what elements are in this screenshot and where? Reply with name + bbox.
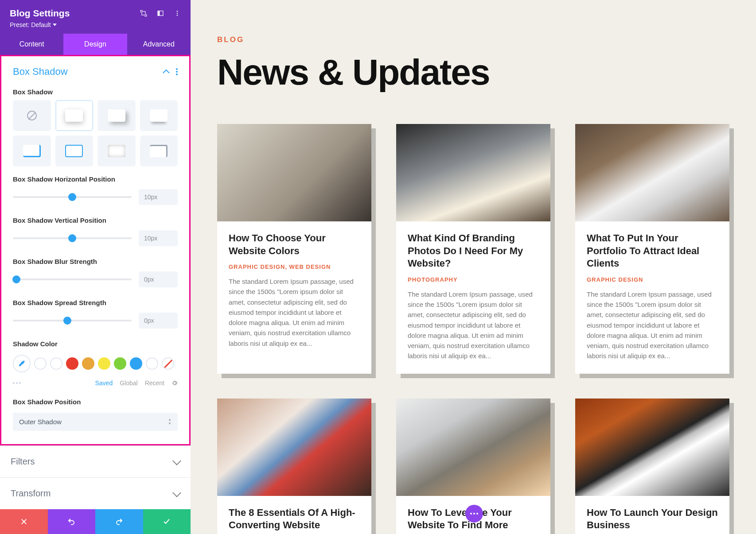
gear-icon[interactable] [171,380,178,386]
position-label: Box Shadow Position [1,394,189,410]
blog-grid: How To Choose Your Website Colors GRAPHI… [217,124,729,534]
preview-canvas: BLOG News & Updates How To Choose Your W… [191,0,756,534]
card-title: How To Choose Your Website Colors [229,232,360,257]
dock-icon[interactable] [157,10,164,17]
card-image [575,399,729,496]
horizontal-slider[interactable] [13,196,132,198]
blur-slider[interactable] [13,279,132,280]
card-category: GRAPHIC DESIGN [587,276,718,283]
shadow-style-6[interactable] [97,135,136,166]
swatch-orange[interactable] [82,357,94,370]
svg-rect-2 [158,11,160,16]
card-image [217,124,371,221]
panel-title: Blog Settings [10,8,70,19]
swatch-white-3[interactable] [146,357,158,370]
card-title: What To Put In Your Portfolio To Attract… [587,232,718,270]
undo-button[interactable] [48,509,96,534]
shadow-style-7[interactable] [140,135,178,166]
horizontal-value[interactable]: 10px [139,189,178,205]
swatch-red[interactable] [66,357,78,370]
blog-card[interactable]: How To Choose Your Website Colors GRAPHI… [217,124,371,374]
panel-body: Box Shadow Box Shadow [0,55,191,445]
spread-value[interactable]: 0px [139,313,178,329]
card-title: What Kind Of Branding Photos Do I Need F… [408,232,539,270]
shadow-style-grid [1,100,189,171]
blur-label: Box Shadow Blur Strength [1,253,189,270]
color-swatches [1,352,189,377]
card-image [575,124,729,221]
vertical-slider[interactable] [13,237,132,239]
swatch-white-2[interactable] [50,357,62,370]
svg-point-7 [176,71,178,73]
blog-card[interactable]: How To Launch Your Design Business [575,399,729,534]
tab-advanced[interactable]: Advanced [127,34,191,55]
svg-point-4 [177,13,178,14]
shadow-color-label: Shadow Color [1,336,189,352]
card-image [217,399,371,496]
card-image [396,399,550,496]
page-headline: News & Updates [217,51,729,93]
color-tab-global[interactable]: Global [120,379,137,387]
card-title: The 8 Essentials Of A High-Converting We… [229,507,360,532]
vertical-value[interactable]: 10px [139,230,178,246]
card-image [396,124,550,221]
position-select[interactable]: Outer Shadow ▲▼ [13,413,178,431]
swatch-yellow[interactable] [98,357,110,370]
svg-point-5 [177,15,178,16]
svg-rect-0 [142,12,145,15]
section-filters[interactable]: Filters [0,445,191,477]
shadow-style-5[interactable] [55,135,94,166]
spread-label: Box Shadow Spread Strength [1,294,189,311]
eyedropper-icon[interactable] [13,355,31,372]
swatch-blue[interactable] [130,357,142,370]
card-excerpt: The standard Lorem Ipsum passage, used s… [229,276,360,348]
shadow-style-2[interactable] [97,100,136,131]
blur-value[interactable]: 0px [139,271,178,287]
color-tab-saved[interactable]: Saved [95,379,113,387]
card-excerpt: The standard Lorem Ipsum passage, used s… [408,289,539,361]
swatch-none[interactable] [162,357,174,370]
vertical-label: Box Shadow Vertical Position [1,212,189,228]
card-category: PHOTOGRAPHY [408,276,539,283]
floating-menu-button[interactable] [465,505,483,522]
kebab-icon[interactable] [174,10,181,17]
card-excerpt: The standard Lorem Ipsum passage, used s… [587,289,718,361]
card-title: How To Launch Your Design Business [587,507,718,532]
panel-tabs: Content Design Advanced [0,34,191,55]
preset-selector[interactable]: Preset: Default [10,21,181,28]
section-title: Box Shadow [13,66,68,77]
spread-slider[interactable] [13,320,132,321]
section-transform[interactable]: Transform [0,477,191,509]
chevron-down-icon [172,488,181,497]
svg-point-3 [177,11,178,12]
tab-content[interactable]: Content [0,34,63,55]
swatch-green[interactable] [114,357,126,370]
shadow-style-1[interactable] [55,100,94,131]
save-button[interactable] [143,509,191,534]
card-category: GRAPHIC DESIGN, WEB DESIGN [229,263,360,270]
shadow-style-3[interactable] [140,100,178,131]
select-arrows-icon: ▲▼ [168,418,171,426]
svg-point-6 [176,68,178,70]
color-tab-recent[interactable]: Recent [145,379,164,387]
shadow-style-4[interactable] [13,135,51,166]
expand-icon[interactable] [140,10,147,17]
swatch-white-1[interactable] [34,357,47,370]
none-icon [27,111,37,120]
settings-panel: Blog Settings Preset: Default Content De… [0,0,191,534]
blog-card[interactable]: What Kind Of Branding Photos Do I Need F… [396,124,550,374]
redo-button[interactable] [95,509,143,534]
blog-card[interactable]: The 8 Essentials Of A High-Converting We… [217,399,371,534]
chevron-up-icon[interactable] [163,69,170,74]
more-icon[interactable] [13,382,21,384]
cancel-button[interactable] [0,509,48,534]
svg-point-8 [176,74,178,75]
kebab-icon[interactable] [176,68,178,75]
blog-card[interactable]: What To Put In Your Portfolio To Attract… [575,124,729,374]
box-shadow-style-label: Box Shadow [1,84,189,100]
chevron-down-icon [172,457,181,465]
horizontal-label: Box Shadow Horizontal Position [1,171,189,187]
shadow-none[interactable] [13,100,51,131]
tab-design[interactable]: Design [63,34,127,55]
panel-header: Blog Settings Preset: Default [0,0,191,34]
